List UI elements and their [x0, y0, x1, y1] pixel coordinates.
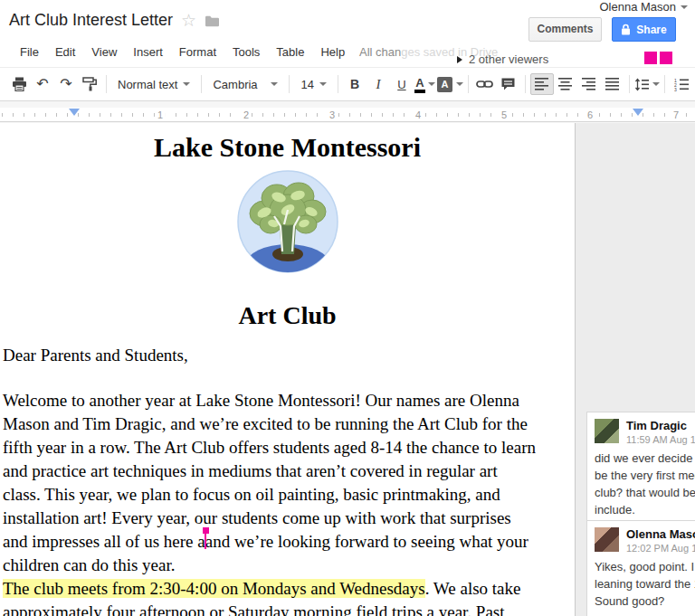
comment-author: Olenna Mason: [626, 527, 695, 541]
ruler-number: 5: [499, 109, 509, 120]
account-name: Olenna Mason: [599, 0, 676, 14]
doc-line: installation art! Every year, our studen…: [3, 507, 569, 530]
divider: [525, 75, 526, 93]
paragraph-style-select[interactable]: Normal text: [111, 78, 196, 91]
divider: [201, 75, 202, 93]
ruler-number: 1: [155, 109, 166, 120]
undo-button[interactable]: ↶: [31, 73, 54, 95]
comment-timestamp: 12:02 PM Aug 1,: [626, 543, 695, 554]
redo-button[interactable]: ↷: [54, 73, 78, 95]
collaborator-square-2[interactable]: [660, 52, 672, 64]
chevron-down-icon: [183, 82, 190, 86]
ruler-number: 6: [585, 109, 595, 120]
highlighted-text: The club meets from 2:30-4:00 on Mondays…: [3, 579, 425, 598]
svg-text:3: 3: [674, 86, 677, 91]
menu-edit[interactable]: Edit: [47, 43, 83, 61]
ruler-number: 7: [671, 109, 681, 120]
share-label: Share: [636, 24, 666, 36]
divider: [629, 75, 630, 93]
collaborator-cursor: [205, 534, 206, 549]
lock-icon: [621, 24, 631, 35]
insert-link-button[interactable]: [473, 73, 497, 95]
avatar: [595, 527, 619, 552]
highlight-color-button[interactable]: A: [437, 73, 463, 95]
comment-timestamp: 11:59 AM Aug 1,: [626, 434, 695, 445]
right-indent-marker[interactable]: [633, 109, 643, 116]
doc-line: class. This year, we plan to focus on oi…: [3, 483, 569, 507]
chevron-down-icon: [428, 82, 435, 86]
doc-line: fifth year in a row. The Art Club offers…: [3, 436, 569, 460]
chevron-down-icon: [271, 82, 278, 86]
ruler-number: 3: [327, 109, 338, 120]
text-color-button[interactable]: A: [414, 73, 437, 95]
format-toolbar: ↶ ↷ Normal text Cambria 14 B I U A A: [0, 67, 695, 101]
chevron-down-icon: [456, 82, 463, 86]
menu-tools[interactable]: Tools: [224, 43, 268, 61]
divider: [468, 75, 469, 93]
left-indent-marker[interactable]: [69, 109, 80, 116]
comments-button[interactable]: Comments: [528, 17, 602, 42]
align-center-button[interactable]: [554, 73, 577, 95]
insert-comment-button[interactable]: [497, 73, 520, 95]
menu-format[interactable]: Format: [171, 43, 224, 61]
collaborator-indicators: [644, 52, 672, 64]
document-page[interactable]: Lake Stone Montessori: [0, 123, 576, 616]
school-logo[interactable]: [0, 170, 575, 277]
doc-line: Welcome to another year at Lake Stone Mo…: [3, 389, 569, 412]
folder-icon[interactable]: [205, 14, 220, 27]
line-spacing-button[interactable]: [634, 73, 660, 95]
doc-heading-school: Lake Stone Montessori: [0, 132, 575, 163]
ruler: 1 2 3 4 5 6 7: [0, 101, 695, 123]
menu-table[interactable]: Table: [268, 43, 312, 61]
chevron-down-icon: [652, 82, 660, 86]
other-viewers[interactable]: 2 other viewers: [457, 52, 548, 66]
collaborator-square-1[interactable]: [644, 52, 657, 64]
doc-salutation: Dear Parents and Students,: [3, 346, 188, 365]
menu-insert[interactable]: Insert: [125, 43, 171, 61]
ruler-number: 4: [413, 109, 424, 120]
chevron-down-icon: [681, 5, 688, 9]
account-menu[interactable]: Olenna Mason: [599, 0, 688, 14]
doc-heading-artclub: Art Club: [0, 301, 575, 330]
align-justify-button[interactable]: [601, 73, 624, 95]
doc-line: approximately four afternoon or Saturday…: [3, 601, 569, 616]
doc-title[interactable]: Art Club Interest Letter: [9, 11, 173, 30]
ruler-number: 2: [241, 109, 252, 120]
italic-button[interactable]: I: [367, 73, 390, 95]
align-left-button[interactable]: [530, 73, 554, 95]
google-docs-window: Olenna Mason Art Club Interest Letter ☆ …: [0, 0, 695, 616]
star-icon[interactable]: ☆: [181, 12, 196, 29]
print-button[interactable]: [7, 73, 31, 95]
menu-view[interactable]: View: [83, 43, 125, 61]
bold-button[interactable]: B: [343, 73, 367, 95]
menubar: File Edit View Insert Format Tools Table…: [12, 43, 353, 61]
font-family-select[interactable]: Cambria: [206, 78, 284, 91]
underline-button[interactable]: U: [390, 73, 414, 95]
doc-line: Mason and Tim Dragic, and we’re excited …: [3, 412, 569, 436]
paint-format-button[interactable]: [78, 73, 101, 95]
doc-line-with-cursor: and impresses all of us here aand we’re …: [3, 530, 569, 554]
font-size-select[interactable]: 14: [294, 78, 332, 91]
align-right-button[interactable]: [577, 73, 601, 95]
ruler-band[interactable]: 1 2 3 4 5 6 7: [0, 108, 695, 122]
comment-card-tim[interactable]: Tim Dragic 11:59 AM Aug 1, did we ever d…: [586, 412, 695, 526]
share-button[interactable]: Share: [612, 17, 676, 42]
comment-card-olenna[interactable]: Olenna Mason 12:02 PM Aug 1, Yikes, good…: [586, 520, 695, 616]
divider: [289, 75, 290, 93]
viewers-label: 2 other viewers: [469, 52, 548, 66]
menu-help[interactable]: Help: [312, 43, 353, 61]
avatar: [595, 419, 619, 443]
numbered-list-button[interactable]: 123: [670, 73, 693, 95]
menu-file[interactable]: File: [12, 43, 47, 61]
document-canvas: Lake Stone Montessori: [0, 123, 695, 616]
doc-line: and practice art techniques in mediums t…: [3, 460, 569, 483]
comment-author: Tim Dragic: [626, 419, 695, 432]
doc-paragraph-2: The club meets from 2:30-4:00 on Mondays…: [3, 577, 569, 616]
comment-body: Yikes, good point. I leaning toward the …: [595, 558, 695, 610]
divider: [106, 75, 107, 93]
divider: [338, 75, 338, 93]
divider: [664, 75, 665, 93]
expand-triangle-icon: [457, 56, 462, 63]
comment-body: did we ever decide w be the very first m…: [595, 450, 695, 518]
chevron-down-icon: [319, 82, 327, 86]
